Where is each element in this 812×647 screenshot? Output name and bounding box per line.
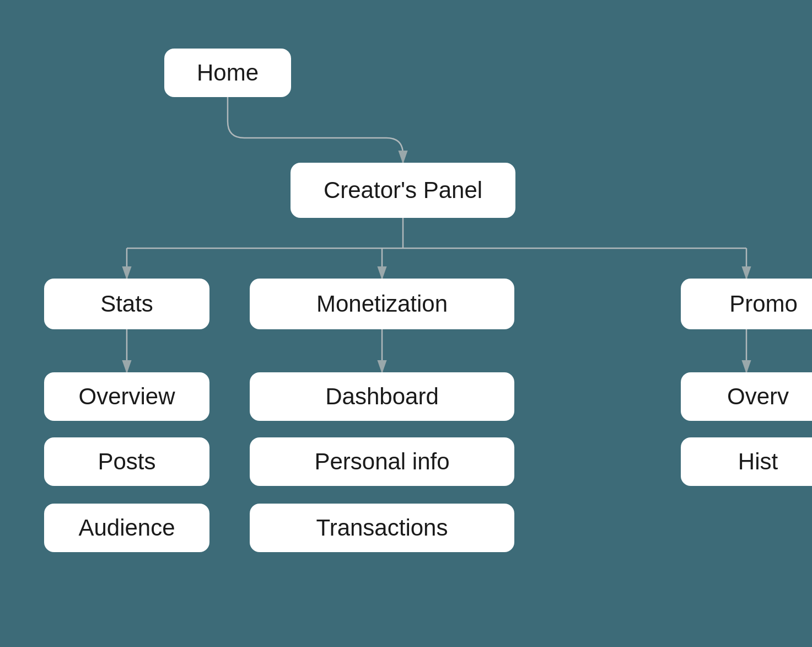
node-overview-stats-label: Overview [78,383,175,410]
node-transactions: Transactions [250,504,514,552]
node-stats-label: Stats [100,291,153,317]
node-home: Home [164,49,291,97]
node-audience-label: Audience [78,515,175,541]
node-overview-promo-label: Overv [727,383,789,410]
node-creators-panel: Creator's Panel [291,163,515,218]
node-personal-info-label: Personal info [314,448,449,475]
node-monetization: Monetization [250,279,514,329]
node-dashboard-label: Dashboard [325,383,438,410]
node-transactions-label: Transactions [316,515,448,541]
node-history: Hist [681,437,812,486]
node-home-label: Home [197,60,259,86]
node-promo-label: Promo [729,291,798,317]
diagram-container: Home Creator's Panel Stats Monetization … [0,0,812,647]
node-personal-info: Personal info [250,437,514,486]
node-creators-panel-label: Creator's Panel [324,177,482,204]
node-monetization-label: Monetization [316,291,448,317]
node-promo: Promo [681,279,812,329]
node-posts-label: Posts [98,448,155,475]
node-dashboard: Dashboard [250,372,514,421]
node-stats: Stats [44,279,209,329]
node-overview-promo: Overv [681,372,812,421]
node-history-label: Hist [738,448,778,475]
node-posts: Posts [44,437,209,486]
node-overview-stats: Overview [44,372,209,421]
node-audience: Audience [44,504,209,552]
